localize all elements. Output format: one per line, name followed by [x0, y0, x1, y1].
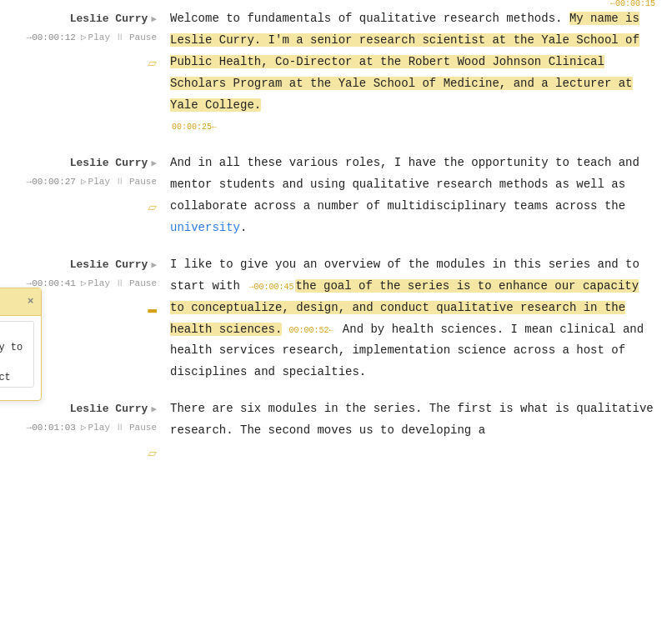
transcript-text-2: And in all these various roles, I have t…	[170, 153, 655, 239]
segment-3-right: I like to give you an overview of the mo…	[167, 254, 655, 383]
timestamp-end-1: 00:00:25←	[172, 123, 217, 132]
pause-button-3[interactable]: Pause	[129, 276, 157, 292]
segment-1: Leslie Curry ▶ →00:00:12 ▷ Play ⏸Pause ▱…	[17, 8, 655, 138]
timestamp-start-1: →00:00:12	[27, 30, 76, 46]
segment-2-left: Leslie Curry ▶ →00:00:27 ▷ Play ⏸Pause ▱	[17, 153, 167, 239]
pause-button-1[interactable]: Pause	[129, 30, 157, 46]
segment-1-right: ←00:00:15 Welcome to fundamentals of qua…	[167, 8, 655, 138]
segment-2-timestamps: →00:00:27 ▷ Play ⏸Pause	[27, 174, 157, 190]
transcript-text-4: There are six modules in the series. The…	[170, 398, 655, 442]
comment-icon-1[interactable]: ▱	[148, 51, 157, 77]
add-note-popup: ADD NOTE × Goal of series: - Enhance cap…	[0, 288, 42, 401]
segment-1-timestamps: →00:00:12 ▷ Play ⏸Pause	[27, 30, 157, 46]
play-button-1[interactable]: ▷ Play	[81, 30, 110, 46]
add-note-textarea[interactable]: Goal of series: - Enhance capacity to co…	[0, 321, 34, 388]
segment-2-controls: Leslie Curry ▶ →00:00:27 ▷ Play ⏸Pause ▱	[27, 154, 157, 220]
speaker-arrow-1: ▶	[151, 12, 157, 28]
segment-1-controls: Leslie Curry ▶ →00:00:12 ▷ Play ⏸Pause ▱	[27, 10, 157, 76]
transcript-text-1: Welcome to fundamentals of qualitative r…	[170, 8, 655, 138]
speaker-arrow-4: ▶	[151, 402, 157, 418]
highlight-3: the goal of the series is to enhance our…	[170, 279, 639, 336]
play-button-4[interactable]: ▷ Play	[81, 420, 110, 436]
highlight-1: My name is Leslie Curry. I'm a senior re…	[170, 12, 639, 112]
segment-4-right: There are six modules in the series. The…	[167, 398, 655, 466]
segment-3-timestamps: →00:00:41 ▷ Play ⏸Pause	[27, 276, 157, 292]
transcript-text-3: I like to give you an overview of the mo…	[170, 254, 655, 383]
timestamp-inline-3a: →00:00:45	[248, 283, 293, 292]
segment-2: Leslie Curry ▶ →00:00:27 ▷ Play ⏸Pause ▱…	[17, 153, 655, 239]
play-button-2[interactable]: ▷ Play	[81, 174, 110, 190]
pause-button-2[interactable]: Pause	[129, 174, 157, 190]
comment-icon-3[interactable]: ▬	[148, 297, 157, 323]
segment-2-right: And in all these various roles, I have t…	[167, 153, 655, 239]
segment-3-controls: Leslie Curry ▶ →00:00:41 ▷ Play ⏸Pause ▬…	[27, 256, 157, 322]
speaker-arrow-3: ▶	[151, 258, 157, 273]
segment-4-left: Leslie Curry ▶ →00:01:03 ▷ Play ⏸Pause ▱	[17, 398, 167, 466]
pause-button-4[interactable]: Pause	[129, 420, 157, 436]
speaker-name-4: Leslie Curry ▶	[70, 400, 157, 418]
university-link[interactable]: university	[170, 221, 240, 234]
play-button-3[interactable]: ▷ Play	[81, 276, 110, 292]
timestamp-inline-3b: 00:00:52←	[283, 326, 333, 335]
timestamp-start-4: →00:01:03	[27, 420, 76, 436]
speaker-name-3: Leslie Curry ▶	[70, 256, 157, 274]
add-note-header: ADD NOTE ×	[0, 288, 41, 316]
transcript-container: Leslie Curry ▶ →00:00:12 ▷ Play ⏸Pause ▱…	[0, 0, 672, 490]
segment-4-controls: Leslie Curry ▶ →00:01:03 ▷ Play ⏸Pause ▱	[27, 400, 157, 466]
comment-icon-4[interactable]: ▱	[148, 441, 157, 467]
segment-3-left: Leslie Curry ▶ →00:00:41 ▷ Play ⏸Pause ▬…	[17, 254, 167, 383]
add-note-close-button[interactable]: ×	[28, 293, 34, 311]
segment-3: Leslie Curry ▶ →00:00:41 ▷ Play ⏸Pause ▬…	[17, 254, 655, 383]
segment-4: Leslie Curry ▶ →00:01:03 ▷ Play ⏸Pause ▱…	[17, 398, 655, 466]
segment-1-left: Leslie Curry ▶ →00:00:12 ▷ Play ⏸Pause ▱	[17, 8, 167, 138]
speaker-arrow-2: ▶	[151, 156, 157, 172]
comment-icon-2[interactable]: ▱	[148, 195, 157, 221]
segment-4-timestamps: →00:01:03 ▷ Play ⏸Pause	[27, 420, 157, 436]
speaker-name-2: Leslie Curry ▶	[70, 154, 157, 173]
speaker-name-1: Leslie Curry ▶	[70, 10, 157, 28]
add-note-body: Goal of series: - Enhance capacity to co…	[0, 316, 41, 400]
timestamp-start-2: →00:00:27	[27, 174, 76, 190]
